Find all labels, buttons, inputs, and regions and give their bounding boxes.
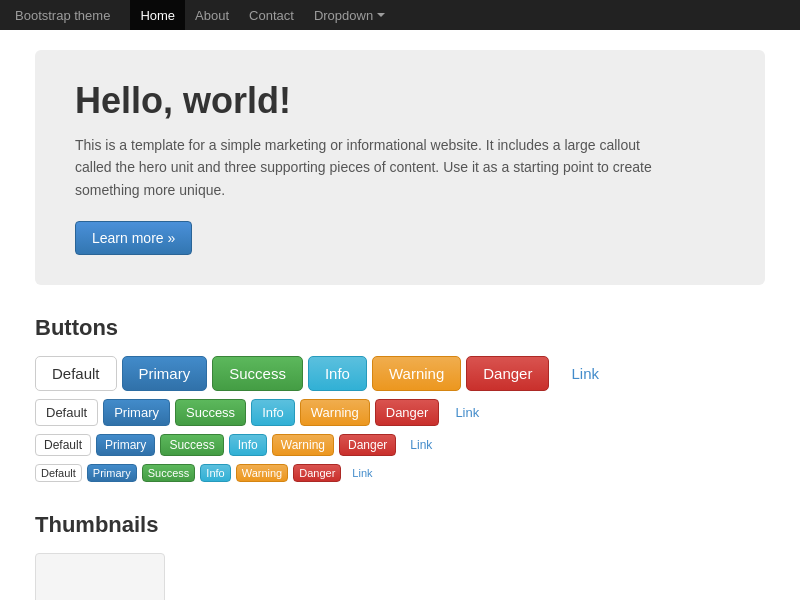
btn-danger-xs[interactable]: Danger bbox=[293, 464, 341, 482]
btn-danger-md[interactable]: Danger bbox=[375, 399, 440, 426]
btn-link-sm[interactable]: Link bbox=[401, 434, 441, 456]
hero-description: This is a template for a simple marketin… bbox=[75, 134, 675, 201]
main-container: Hello, world! This is a template for a s… bbox=[20, 30, 780, 600]
btn-link-lg[interactable]: Link bbox=[554, 356, 616, 391]
button-row-lg: Default Primary Success Info Warning Dan… bbox=[35, 356, 765, 391]
btn-link-xs[interactable]: Link bbox=[346, 464, 378, 482]
btn-success-lg[interactable]: Success bbox=[212, 356, 303, 391]
nav-dropdown-label: Dropdown bbox=[314, 8, 373, 23]
btn-warning-sm[interactable]: Warning bbox=[272, 434, 334, 456]
btn-primary-md[interactable]: Primary bbox=[103, 399, 170, 426]
nav-item-dropdown[interactable]: Dropdown bbox=[304, 0, 395, 30]
btn-success-sm[interactable]: Success bbox=[160, 434, 223, 456]
btn-danger-lg[interactable]: Danger bbox=[466, 356, 549, 391]
hero-unit: Hello, world! This is a template for a s… bbox=[35, 50, 765, 285]
btn-danger-sm[interactable]: Danger bbox=[339, 434, 396, 456]
btn-info-xs[interactable]: Info bbox=[200, 464, 230, 482]
button-row-md: Default Primary Success Info Warning Dan… bbox=[35, 399, 765, 426]
btn-warning-xs[interactable]: Warning bbox=[236, 464, 289, 482]
buttons-title: Buttons bbox=[35, 315, 765, 341]
hero-title: Hello, world! bbox=[75, 80, 725, 122]
navbar: Bootstrap theme Home About Contact Dropd… bbox=[0, 0, 800, 30]
nav-item-contact[interactable]: Contact bbox=[239, 0, 304, 30]
btn-default-xs[interactable]: Default bbox=[35, 464, 82, 482]
navbar-brand[interactable]: Bootstrap theme bbox=[15, 8, 110, 23]
btn-link-md[interactable]: Link bbox=[444, 399, 490, 426]
btn-primary-lg[interactable]: Primary bbox=[122, 356, 208, 391]
learn-more-button[interactable]: Learn more » bbox=[75, 221, 192, 255]
thumbnails-section: Thumbnails 200x200 bbox=[35, 512, 765, 600]
thumbnail-item[interactable]: 200x200 bbox=[35, 553, 165, 600]
btn-success-md[interactable]: Success bbox=[175, 399, 246, 426]
thumbnails-title: Thumbnails bbox=[35, 512, 765, 538]
btn-warning-lg[interactable]: Warning bbox=[372, 356, 461, 391]
btn-primary-sm[interactable]: Primary bbox=[96, 434, 155, 456]
nav-item-about[interactable]: About bbox=[185, 0, 239, 30]
button-row-xs: Default Primary Success Info Warning Dan… bbox=[35, 464, 765, 482]
btn-info-sm[interactable]: Info bbox=[229, 434, 267, 456]
button-row-sm: Default Primary Success Info Warning Dan… bbox=[35, 434, 765, 456]
nav-items: Home About Contact Dropdown bbox=[130, 0, 395, 30]
btn-primary-xs[interactable]: Primary bbox=[87, 464, 137, 482]
buttons-section: Buttons Default Primary Success Info War… bbox=[35, 315, 765, 482]
btn-info-md[interactable]: Info bbox=[251, 399, 295, 426]
btn-default-lg[interactable]: Default bbox=[35, 356, 117, 391]
btn-info-lg[interactable]: Info bbox=[308, 356, 367, 391]
btn-default-md[interactable]: Default bbox=[35, 399, 98, 426]
chevron-down-icon bbox=[377, 13, 385, 17]
btn-warning-md[interactable]: Warning bbox=[300, 399, 370, 426]
btn-success-xs[interactable]: Success bbox=[142, 464, 196, 482]
btn-default-sm[interactable]: Default bbox=[35, 434, 91, 456]
nav-item-home[interactable]: Home bbox=[130, 0, 185, 30]
